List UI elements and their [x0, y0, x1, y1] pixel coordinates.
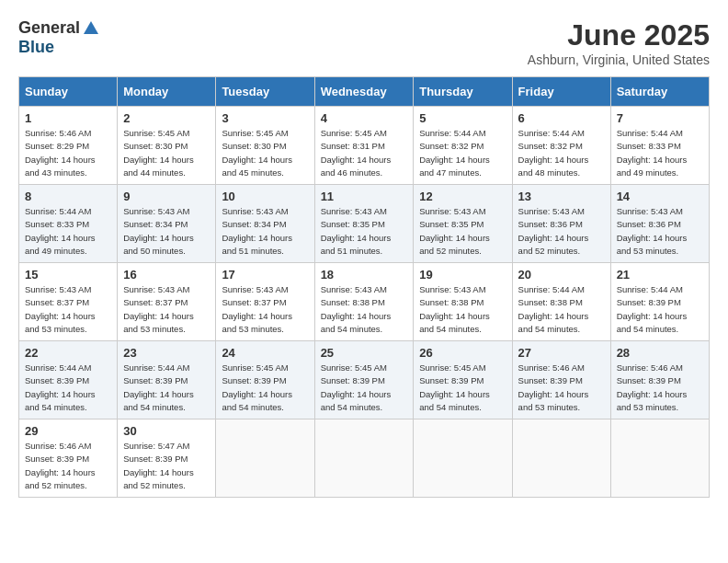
day-info: Sunrise: 5:46 AM Sunset: 8:39 PM Dayligh…: [518, 362, 605, 414]
calendar-cell: 13 Sunrise: 5:43 AM Sunset: 8:36 PM Dayl…: [512, 185, 610, 263]
day-info: Sunrise: 5:43 AM Sunset: 8:37 PM Dayligh…: [222, 283, 308, 336]
calendar-cell: 16 Sunrise: 5:43 AM Sunset: 8:37 PM Dayl…: [118, 263, 216, 341]
day-info: Sunrise: 5:43 AM Sunset: 8:36 PM Dayligh…: [617, 205, 703, 258]
calendar-cell: 17 Sunrise: 5:43 AM Sunset: 8:37 PM Dayl…: [216, 263, 314, 341]
calendar-cell: [216, 419, 314, 498]
day-info: Sunrise: 5:43 AM Sunset: 8:37 PM Dayligh…: [25, 283, 111, 336]
calendar-cell: 30 Sunrise: 5:47 AM Sunset: 8:39 PM Dayl…: [118, 419, 216, 498]
calendar-cell: 12 Sunrise: 5:43 AM Sunset: 8:35 PM Dayl…: [414, 185, 512, 263]
calendar-table: Sunday Monday Tuesday Wednesday Thursday…: [18, 76, 710, 498]
day-info: Sunrise: 5:44 AM Sunset: 8:33 PM Dayligh…: [617, 127, 703, 179]
calendar-cell: 27 Sunrise: 5:46 AM Sunset: 8:39 PM Dayl…: [512, 341, 610, 419]
day-number: 18: [321, 268, 408, 282]
day-number: 7: [617, 111, 703, 125]
day-info: Sunrise: 5:44 AM Sunset: 8:39 PM Dayligh…: [617, 283, 703, 336]
day-info: Sunrise: 5:43 AM Sunset: 8:35 PM Dayligh…: [321, 205, 408, 258]
day-info: Sunrise: 5:44 AM Sunset: 8:38 PM Dayligh…: [518, 283, 605, 336]
day-info: Sunrise: 5:45 AM Sunset: 8:39 PM Dayligh…: [321, 362, 408, 414]
calendar-cell: [314, 419, 414, 498]
day-number: 28: [617, 346, 703, 360]
day-number: 23: [123, 346, 210, 360]
calendar-cell: [414, 419, 512, 498]
day-number: 19: [419, 268, 506, 282]
day-info: Sunrise: 5:45 AM Sunset: 8:39 PM Dayligh…: [222, 362, 308, 414]
col-saturday: Saturday: [610, 77, 709, 107]
logo-icon: [82, 19, 100, 38]
calendar-cell: 15 Sunrise: 5:43 AM Sunset: 8:37 PM Dayl…: [19, 263, 118, 341]
calendar-cell: 3 Sunrise: 5:45 AM Sunset: 8:30 PM Dayli…: [216, 107, 314, 185]
calendar-week-row: 1 Sunrise: 5:46 AM Sunset: 8:29 PM Dayli…: [19, 107, 710, 185]
day-number: 13: [518, 190, 605, 203]
col-tuesday: Tuesday: [216, 77, 314, 107]
day-number: 20: [518, 268, 605, 282]
day-number: 11: [321, 190, 408, 203]
day-info: Sunrise: 5:43 AM Sunset: 8:38 PM Dayligh…: [321, 283, 408, 336]
day-number: 8: [25, 190, 111, 203]
logo: General Blue: [18, 18, 100, 57]
calendar-cell: 29 Sunrise: 5:46 AM Sunset: 8:39 PM Dayl…: [19, 419, 118, 498]
day-info: Sunrise: 5:44 AM Sunset: 8:39 PM Dayligh…: [25, 362, 111, 414]
calendar-cell: [512, 419, 610, 498]
calendar-cell: 10 Sunrise: 5:43 AM Sunset: 8:34 PM Dayl…: [216, 185, 314, 263]
day-number: 10: [222, 190, 308, 203]
day-number: 22: [25, 346, 111, 360]
day-info: Sunrise: 5:46 AM Sunset: 8:39 PM Dayligh…: [25, 440, 111, 492]
svg-marker-0: [84, 21, 98, 34]
calendar-cell: 11 Sunrise: 5:43 AM Sunset: 8:35 PM Dayl…: [314, 185, 414, 263]
day-number: 26: [419, 346, 506, 360]
day-info: Sunrise: 5:44 AM Sunset: 8:39 PM Dayligh…: [123, 362, 210, 414]
calendar-cell: 20 Sunrise: 5:44 AM Sunset: 8:38 PM Dayl…: [512, 263, 610, 341]
day-number: 27: [518, 346, 605, 360]
day-info: Sunrise: 5:43 AM Sunset: 8:34 PM Dayligh…: [222, 205, 308, 258]
day-number: 25: [321, 346, 408, 360]
page-header: General Blue June 2025 Ashburn, Virginia…: [18, 18, 710, 67]
calendar-week-row: 15 Sunrise: 5:43 AM Sunset: 8:37 PM Dayl…: [19, 263, 710, 341]
calendar-week-row: 22 Sunrise: 5:44 AM Sunset: 8:39 PM Dayl…: [19, 341, 710, 419]
calendar-week-row: 29 Sunrise: 5:46 AM Sunset: 8:39 PM Dayl…: [19, 419, 710, 498]
calendar-header-row: Sunday Monday Tuesday Wednesday Thursday…: [19, 77, 710, 107]
day-number: 15: [25, 268, 111, 282]
day-number: 24: [222, 346, 308, 360]
day-info: Sunrise: 5:43 AM Sunset: 8:37 PM Dayligh…: [123, 283, 210, 336]
calendar-cell: 14 Sunrise: 5:43 AM Sunset: 8:36 PM Dayl…: [610, 185, 709, 263]
calendar-cell: 19 Sunrise: 5:43 AM Sunset: 8:38 PM Dayl…: [414, 263, 512, 341]
day-info: Sunrise: 5:45 AM Sunset: 8:30 PM Dayligh…: [123, 127, 210, 179]
day-number: 30: [123, 424, 210, 438]
day-number: 12: [419, 190, 506, 203]
calendar-cell: 21 Sunrise: 5:44 AM Sunset: 8:39 PM Dayl…: [610, 263, 709, 341]
day-number: 3: [222, 111, 308, 125]
day-info: Sunrise: 5:44 AM Sunset: 8:32 PM Dayligh…: [419, 127, 506, 179]
day-info: Sunrise: 5:44 AM Sunset: 8:33 PM Dayligh…: [25, 205, 111, 258]
day-info: Sunrise: 5:43 AM Sunset: 8:35 PM Dayligh…: [419, 205, 506, 258]
day-info: Sunrise: 5:45 AM Sunset: 8:39 PM Dayligh…: [419, 362, 506, 414]
calendar-cell: 26 Sunrise: 5:45 AM Sunset: 8:39 PM Dayl…: [414, 341, 512, 419]
day-number: 21: [617, 268, 703, 282]
calendar-cell: 2 Sunrise: 5:45 AM Sunset: 8:30 PM Dayli…: [118, 107, 216, 185]
col-sunday: Sunday: [19, 77, 118, 107]
calendar-cell: 8 Sunrise: 5:44 AM Sunset: 8:33 PM Dayli…: [19, 185, 118, 263]
day-number: 29: [25, 424, 111, 438]
logo-blue-text: Blue: [18, 38, 54, 57]
calendar-cell: 7 Sunrise: 5:44 AM Sunset: 8:33 PM Dayli…: [610, 107, 709, 185]
day-info: Sunrise: 5:46 AM Sunset: 8:39 PM Dayligh…: [617, 362, 703, 414]
calendar-cell: 5 Sunrise: 5:44 AM Sunset: 8:32 PM Dayli…: [414, 107, 512, 185]
day-number: 9: [123, 190, 210, 203]
day-number: 17: [222, 268, 308, 282]
col-wednesday: Wednesday: [314, 77, 414, 107]
col-thursday: Thursday: [414, 77, 512, 107]
day-number: 16: [123, 268, 210, 282]
day-number: 4: [321, 111, 408, 125]
day-info: Sunrise: 5:43 AM Sunset: 8:34 PM Dayligh…: [123, 205, 210, 258]
day-info: Sunrise: 5:43 AM Sunset: 8:36 PM Dayligh…: [518, 205, 605, 258]
calendar-cell: 28 Sunrise: 5:46 AM Sunset: 8:39 PM Dayl…: [610, 341, 709, 419]
calendar-cell: 24 Sunrise: 5:45 AM Sunset: 8:39 PM Dayl…: [216, 341, 314, 419]
day-number: 5: [419, 111, 506, 125]
day-info: Sunrise: 5:45 AM Sunset: 8:30 PM Dayligh…: [222, 127, 308, 179]
day-info: Sunrise: 5:46 AM Sunset: 8:29 PM Dayligh…: [25, 127, 111, 179]
location-text: Ashburn, Virginia, United States: [528, 52, 710, 67]
day-number: 6: [518, 111, 605, 125]
day-info: Sunrise: 5:44 AM Sunset: 8:32 PM Dayligh…: [518, 127, 605, 179]
title-section: June 2025 Ashburn, Virginia, United Stat…: [528, 18, 710, 67]
calendar-cell: 23 Sunrise: 5:44 AM Sunset: 8:39 PM Dayl…: [118, 341, 216, 419]
calendar-week-row: 8 Sunrise: 5:44 AM Sunset: 8:33 PM Dayli…: [19, 185, 710, 263]
